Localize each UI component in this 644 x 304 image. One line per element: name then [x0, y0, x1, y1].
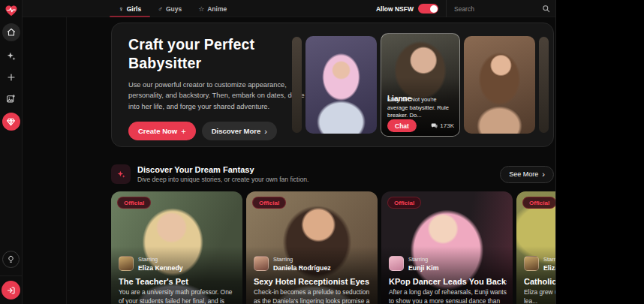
- home-icon[interactable]: [2, 23, 20, 41]
- fantasy-card[interactable]: Official Starring Eliza Kennedy Catholic…: [516, 191, 556, 304]
- section-header-text: Discover Your Dream Fantasy Dive deep in…: [137, 165, 308, 183]
- male-icon: ♂: [158, 5, 163, 13]
- main-content: Craft your Perfect Babysitter Use our po…: [23, 17, 556, 304]
- starring-row: Starring Eliza Kennedy: [119, 256, 183, 272]
- create-now-label: Create Now: [138, 127, 177, 135]
- toggle-knob: [430, 5, 438, 13]
- chat-bubbles-icon: [431, 122, 438, 129]
- starring-label: Starring: [138, 256, 183, 263]
- brand-heart-logo-icon[interactable]: [5, 4, 18, 17]
- tab-guys-label: Guys: [166, 5, 182, 13]
- chat-count: 173K: [431, 122, 454, 129]
- official-badge: Official: [117, 197, 151, 209]
- section-title: Discover Your Dream Fantasy: [137, 165, 308, 174]
- premium-gem-icon[interactable]: [2, 113, 20, 131]
- tab-anime[interactable]: ☆ Anime: [198, 0, 227, 17]
- hero-buttons: Create Now + Discover More ›: [128, 122, 307, 140]
- card-description: Eliza grew up in a strict home which cou…: [524, 288, 556, 304]
- avatar: [119, 256, 134, 271]
- topbar-right: Allow NSFW: [376, 0, 556, 17]
- starring-name: Eliza Kennedy: [543, 264, 556, 272]
- character-carousel: Lianne Flirty AF. Not you're average bab…: [292, 23, 549, 146]
- screenshot-stage: ♀ Girls ♂ Guys ☆ Anime Allow NSFW: [0, 0, 644, 304]
- official-badge: Official: [387, 197, 421, 209]
- tab-girls-label: Girls: [127, 5, 141, 13]
- hero-banner: Craft your Perfect Babysitter Use our po…: [111, 23, 554, 147]
- card-title: Catholic Girl: [524, 277, 556, 286]
- hero-description: Use our powerful creator to customize ap…: [128, 80, 307, 112]
- chat-count-value: 173K: [440, 122, 454, 129]
- sidebar-divider: [0, 275, 23, 276]
- starring-row: Starring Eliza Kennedy: [524, 256, 556, 272]
- sidebar: [0, 0, 23, 304]
- login-icon[interactable]: [2, 281, 20, 299]
- fantasy-card[interactable]: Official Starring Daniela Rodríguez Sexy…: [246, 191, 378, 304]
- featured-bio: Flirty AF. Not you're average babysitter…: [387, 96, 456, 119]
- nsfw-toggle[interactable]: [418, 4, 438, 14]
- card-title: The Teacher's Pet: [119, 277, 236, 286]
- discover-more-label: Discover More: [212, 127, 260, 135]
- fantasy-card[interactable]: Official Starring Eunji Kim KPop Dancer …: [381, 191, 513, 304]
- starring-name: Eunji Kim: [408, 264, 439, 272]
- avatar: [524, 256, 539, 271]
- carousel-card-brunette[interactable]: [464, 36, 535, 134]
- star-icon: ☆: [198, 5, 204, 13]
- avatar: [389, 256, 404, 271]
- fantasy-section-header: Discover Your Dream Fantasy Dive deep in…: [111, 164, 554, 184]
- category-tabs: ♀ Girls ♂ Guys ☆ Anime: [119, 0, 227, 17]
- carousel-card-featured[interactable]: Lianne Flirty AF. Not you're average bab…: [381, 33, 460, 137]
- card-title: KPop Dancer Leads You Backstage: [389, 277, 507, 286]
- card-description: After a long day of rehearsals, Eunji wa…: [389, 288, 507, 304]
- fantasy-cards-row: Official Starring Eliza Kennedy The Teac…: [111, 191, 556, 304]
- see-more-label: See More: [509, 170, 538, 178]
- card-description: Check-in becomes a prelude to seduction …: [254, 288, 372, 304]
- carousel-edge-card[interactable]: [292, 37, 302, 133]
- official-badge: Official: [252, 197, 286, 209]
- tab-guys[interactable]: ♂ Guys: [158, 0, 182, 17]
- create-now-button[interactable]: Create Now +: [128, 122, 196, 140]
- content-left-divider: [66, 17, 67, 304]
- nsfw-label: Allow NSFW: [376, 5, 414, 13]
- see-more-button[interactable]: See More ›: [500, 166, 554, 183]
- chat-button[interactable]: Chat: [387, 119, 417, 132]
- topbar: ♀ Girls ♂ Guys ☆ Anime Allow NSFW: [23, 0, 556, 17]
- image-generate-icon[interactable]: [5, 92, 17, 104]
- search-input[interactable]: [454, 5, 542, 13]
- carousel-card-pink-hair[interactable]: [305, 36, 377, 134]
- official-badge: Official: [522, 197, 556, 209]
- starring-row: Starring Daniela Rodríguez: [254, 256, 331, 272]
- starring-label: Starring: [273, 256, 331, 263]
- plus-icon[interactable]: [5, 71, 17, 83]
- carousel-edge-card[interactable]: [539, 37, 549, 133]
- app-window: ♀ Girls ♂ Guys ☆ Anime Allow NSFW: [0, 0, 556, 304]
- discover-more-button[interactable]: Discover More ›: [202, 122, 277, 140]
- starring-label: Starring: [408, 256, 439, 263]
- red-sparkle-icon: [111, 164, 131, 184]
- ideas-lightbulb-icon[interactable]: [2, 251, 20, 268]
- hero-text: Craft your Perfect Babysitter Use our po…: [128, 35, 307, 140]
- starring-label: Starring: [543, 256, 556, 263]
- featured-actions: Chat 173K: [387, 119, 454, 132]
- starring-name: Daniela Rodríguez: [273, 264, 331, 272]
- section-subtitle: Dive deep into unique stories, or create…: [137, 176, 308, 183]
- tab-girls[interactable]: ♀ Girls: [119, 0, 141, 17]
- card-title: Sexy Hotel Receptionist Eyes You: [254, 277, 372, 286]
- hero-title: Craft your Perfect Babysitter: [128, 35, 278, 73]
- tab-anime-label: Anime: [207, 5, 227, 13]
- female-icon: ♀: [119, 5, 124, 13]
- starring-name: Eliza Kennedy: [138, 264, 183, 272]
- starring-row: Starring Eunji Kim: [389, 256, 439, 272]
- sparkles-icon[interactable]: [5, 50, 17, 62]
- fantasy-card[interactable]: Official Starring Eliza Kennedy The Teac…: [111, 191, 242, 304]
- search-icon[interactable]: [542, 5, 550, 13]
- card-description: You are a university math professor. One…: [119, 288, 236, 304]
- avatar: [254, 256, 269, 271]
- search-box: [447, 5, 556, 13]
